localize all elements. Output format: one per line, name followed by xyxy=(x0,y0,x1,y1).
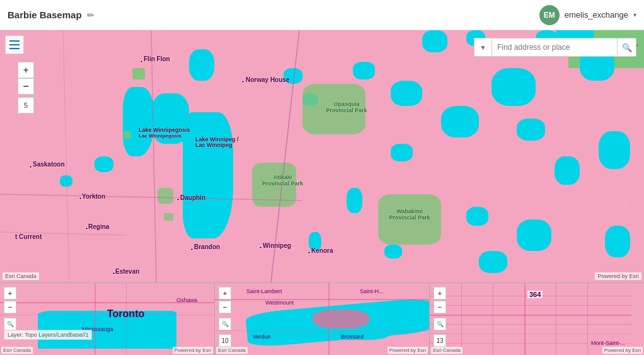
minimap-toronto-zoomin[interactable]: + xyxy=(4,287,16,300)
minimap-montreal-brossard: Brossard xyxy=(341,334,364,340)
water-body-10 xyxy=(517,119,545,141)
map-zoom-controls: + − 5 xyxy=(18,62,34,113)
water-body-14 xyxy=(479,251,507,273)
minimap-montreal-toolbar: + − 🔍 10 xyxy=(219,287,231,347)
user-menu-chevron[interactable]: ▾ xyxy=(633,11,636,18)
minimap-toronto-road3 xyxy=(95,283,96,355)
minimap-3-search[interactable]: 🔍 xyxy=(434,318,446,330)
minimap-montreal-zoomout[interactable]: − xyxy=(219,301,231,313)
svg-rect-6 xyxy=(9,44,20,45)
minimap-3-road8 xyxy=(493,283,493,355)
water-body-1 xyxy=(123,87,154,156)
avatar: EM xyxy=(539,5,560,25)
minimap-toronto-search[interactable]: 🔍 xyxy=(4,318,16,330)
edit-title-icon[interactable]: ✏ xyxy=(87,10,95,20)
main-map-area[interactable]: Flin Flon Norway House Saskatoon Yorkton… xyxy=(0,30,644,282)
park-small-1 xyxy=(158,188,173,204)
city-dot-norwayhouse xyxy=(241,80,244,83)
water-body-4 xyxy=(95,156,113,172)
map-attribution-left: Esri Canada xyxy=(3,272,39,280)
minimap-montreal[interactable]: Saint-Lambert Saint-H... Westmount Verdu… xyxy=(215,283,430,355)
minimaps-row: Toronto Mississauga Oshawa + − 🔍 Layer: … xyxy=(0,282,644,355)
minimap-3-attr-right: Powered by Esri xyxy=(602,347,643,354)
water-body-6 xyxy=(353,62,375,79)
park-small-2 xyxy=(164,213,173,221)
layers-button[interactable] xyxy=(5,35,24,54)
minimap-3-number: 364 xyxy=(527,291,543,298)
city-label-winnipeg: Winnipeg xyxy=(263,242,291,249)
water-body-15 xyxy=(605,226,630,257)
minimap-toronto-zoomout[interactable]: − xyxy=(4,301,16,313)
water-body-8 xyxy=(441,106,479,137)
minimap-montreal-road1 xyxy=(215,299,430,300)
minimap-3-road2 xyxy=(430,305,631,306)
city-label-brandon: Brandon xyxy=(194,243,220,250)
minimap-toronto-sub2: Oshawa xyxy=(176,297,197,303)
water-body-7 xyxy=(391,81,422,106)
minimap-3-sub-city: Mont-Saint-... xyxy=(591,340,625,346)
city-label-norwayhouse: Norway House xyxy=(246,76,289,83)
water-body-12 xyxy=(517,219,551,251)
minimap-toronto-city-label: Toronto xyxy=(107,308,144,320)
lake-label-winnipeg-fr: Lac Winnipeg xyxy=(195,142,232,148)
park-label-wabakimi: WabakimiProvincial Park xyxy=(384,208,435,221)
minimap-3-road7 xyxy=(461,283,462,355)
city-label-regina: Regina xyxy=(88,223,109,230)
park-flin-flon xyxy=(132,68,145,79)
search-input[interactable] xyxy=(492,38,618,57)
water-body-11 xyxy=(555,156,580,185)
water-body-lake-winnipeg xyxy=(183,112,233,238)
minimap-montreal-zoomin[interactable]: + xyxy=(219,287,231,300)
minimap-toronto[interactable]: Toronto Mississauga Oshawa + − 🔍 Layer: … xyxy=(0,283,215,355)
water-body-26 xyxy=(384,245,402,259)
layer-icon[interactable] xyxy=(5,35,24,54)
city-label-saskatoon: Saskatoon xyxy=(33,161,65,168)
city-dot-m2 xyxy=(623,202,625,204)
city-dot-flinflon xyxy=(140,60,143,63)
svg-rect-7 xyxy=(9,48,20,49)
water-body-3 xyxy=(189,49,214,81)
minimap-montreal-island-shape xyxy=(313,310,369,329)
water-body-13 xyxy=(466,207,488,226)
minimap-montreal-search[interactable]: 🔍 xyxy=(219,318,231,330)
minimap-montreal-attr-left: Esri Canada xyxy=(216,347,248,354)
minimap-3-attr-left: Esri Canada xyxy=(431,347,463,354)
city-dot-dauphin xyxy=(176,198,180,201)
minimap-montreal-attr-right: Powered by Esri xyxy=(388,347,428,354)
city-dot-brandon xyxy=(190,248,193,251)
minimap-3-toolbar: + − 🔍 13 xyxy=(434,287,446,347)
minimap-toronto-attr-left: Esri Canada xyxy=(1,347,33,354)
user-area: EM emelis_exchange ▾ xyxy=(539,5,636,25)
app-header: Barbie Basemap ✏ EM emelis_exchange ▾ xyxy=(0,0,644,30)
city-dot-winnipeg xyxy=(259,246,262,249)
city-label-flinflon: Flin Flon xyxy=(144,55,170,62)
minimap-montreal-verdun: Verdun xyxy=(253,334,271,340)
map-attribution-right: Powered by Esri xyxy=(595,272,641,280)
water-body-25 xyxy=(391,144,413,161)
minimap-3-zoomout[interactable]: − xyxy=(434,301,446,313)
minimap-3-zoomin[interactable]: + xyxy=(434,287,446,300)
minimap-toronto-layer-label: Layer: Topo Layers/Landbase//1 xyxy=(4,330,92,340)
city-label-yorkton: Yorkton xyxy=(82,193,105,200)
lake-label-winnipegosis: Lake Winnipegosis xyxy=(139,127,190,133)
minimap-montreal-westmount: Westmount xyxy=(265,300,294,306)
search-submit-button[interactable]: 🔍 xyxy=(618,38,636,57)
city-label-dauphin: Dauphin xyxy=(180,194,205,201)
city-label-tcurrent: t Current xyxy=(15,233,42,240)
minimap-montreal-zoom: 10 xyxy=(219,334,231,347)
zoom-out-button[interactable]: − xyxy=(18,78,34,95)
water-body-9 xyxy=(492,68,536,106)
minimap-3[interactable]: 364 Mont-Saint-... + − 🔍 13 Esri Canada … xyxy=(430,283,644,355)
search-bar: ▼ 🔍 xyxy=(474,38,636,57)
minimap-3-zoom: 13 xyxy=(434,334,446,347)
zoom-level-display: 5 xyxy=(18,97,34,113)
app-title: Barbie Basemap xyxy=(8,9,82,20)
search-dropdown-button[interactable]: ▼ xyxy=(474,38,492,57)
minimap-montreal-saint-h: Saint-H... xyxy=(360,288,384,294)
city-dot-kenora xyxy=(308,251,311,254)
city-label-kenora: Kenora xyxy=(311,247,333,254)
minimap-3-road4 xyxy=(430,324,631,325)
zoom-in-button[interactable]: + xyxy=(18,62,34,78)
username-label[interactable]: emelis_exchange xyxy=(565,10,628,20)
lake-label-por: Lac Winnipegosis xyxy=(139,133,181,139)
